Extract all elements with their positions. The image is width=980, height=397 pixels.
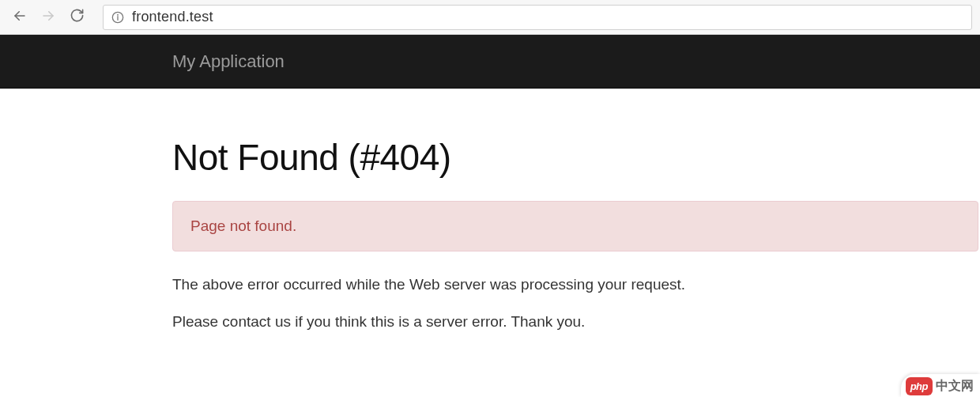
- reload-icon: [70, 8, 85, 26]
- error-title: Not Found (#404): [172, 136, 980, 179]
- back-button[interactable]: [11, 9, 28, 26]
- watermark: php 中文网: [901, 374, 980, 397]
- error-description-2: Please contact us if you think this is a…: [172, 311, 980, 334]
- watermark-text: 中文网: [936, 378, 974, 395]
- reload-button[interactable]: [68, 9, 85, 26]
- browser-toolbar: frontend.test: [0, 0, 980, 35]
- info-icon[interactable]: [111, 11, 124, 24]
- arrow-left-icon: [13, 9, 27, 26]
- error-description-1: The above error occurred while the Web s…: [172, 274, 980, 297]
- navbar-container: My Application: [0, 51, 285, 72]
- url-text: frontend.test: [132, 9, 213, 25]
- address-bar[interactable]: frontend.test: [103, 5, 972, 30]
- svg-point-4: [118, 14, 119, 15]
- forward-button[interactable]: [40, 9, 57, 26]
- app-brand[interactable]: My Application: [172, 51, 285, 71]
- nav-button-group: [8, 9, 92, 26]
- arrow-right-icon: [41, 9, 55, 26]
- error-alert: Page not found.: [172, 201, 978, 251]
- app-navbar: My Application: [0, 35, 980, 89]
- page-content: Not Found (#404) Page not found. The abo…: [0, 89, 980, 333]
- watermark-badge: php: [906, 377, 933, 395]
- alert-text: Page not found.: [190, 217, 296, 234]
